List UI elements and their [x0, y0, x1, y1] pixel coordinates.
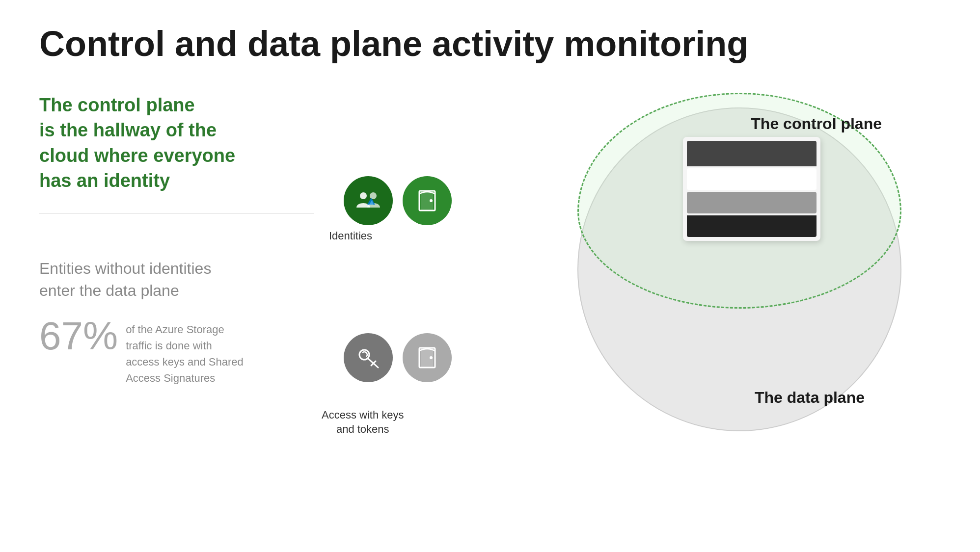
people-icon	[354, 187, 382, 214]
door-icon-control	[403, 176, 452, 225]
green-text-block: The control plane is the hallway of the …	[39, 93, 314, 193]
door-control-icon	[413, 187, 441, 214]
control-plane-label: The control plane	[751, 115, 882, 133]
left-panel: The control plane is the hallway of the …	[39, 93, 314, 436]
page-title: Control and data plane activity monitori…	[39, 25, 941, 63]
svg-point-0	[360, 192, 367, 199]
entities-title: Entities without identities enter the da…	[39, 258, 314, 302]
stat-number: 67%	[39, 316, 118, 356]
server-graphic	[683, 137, 820, 241]
data-plane-label: The data plane	[755, 389, 865, 407]
svg-point-1	[370, 192, 377, 199]
keys-icon	[354, 344, 382, 371]
server-row-white	[687, 168, 817, 190]
diagram-area: The control plane The data plane	[314, 93, 941, 436]
keys-label: Access with keys and tokens	[322, 408, 404, 436]
keys-icon-circle	[344, 333, 393, 382]
gray-section: Entities without identities enter the da…	[39, 243, 314, 386]
svg-point-13	[430, 356, 433, 359]
svg-point-6	[430, 199, 433, 202]
horizontal-divider	[39, 213, 314, 213]
svg-line-10	[371, 363, 374, 366]
server-card	[683, 137, 820, 241]
server-row-dark	[687, 141, 817, 166]
content-area: The control plane is the hallway of the …	[39, 93, 941, 436]
server-row-black	[687, 215, 817, 237]
server-row-mid	[687, 192, 817, 213]
stat-row: 67% of the Azure Storage traffic is done…	[39, 316, 314, 386]
stat-description: of the Azure Storage traffic is done wit…	[126, 316, 244, 386]
door-icon-data	[403, 333, 452, 382]
door-data-icon	[413, 344, 441, 371]
identities-label: Identities	[329, 229, 372, 243]
green-line1: The control plane is the hallway of the …	[39, 93, 314, 193]
identities-icon-circle	[344, 176, 393, 225]
page: Control and data plane activity monitori…	[0, 0, 980, 552]
